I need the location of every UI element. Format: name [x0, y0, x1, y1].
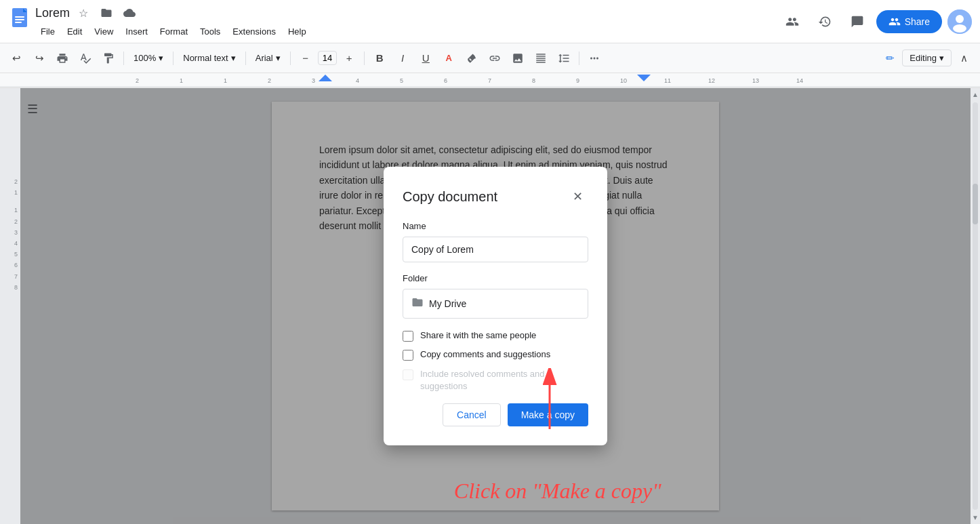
- svg-text:14: 14: [796, 77, 803, 84]
- svg-point-7: [953, 24, 966, 33]
- font-size-increase-button[interactable]: +: [338, 47, 360, 69]
- svg-text:1: 1: [180, 77, 183, 84]
- editing-label: Editing: [910, 53, 937, 63]
- doc-content-area: ☰ Lorem ipsum dolor sit amet, consectetu…: [20, 88, 971, 524]
- title-icons: ☆: [74, 3, 139, 22]
- include-resolved-checkbox-label: Include resolved comments and suggestion…: [420, 368, 588, 392]
- redo-button[interactable]: ↪: [28, 47, 50, 69]
- separator-3: [245, 52, 246, 65]
- scroll-thumb[interactable]: [973, 184, 978, 224]
- svg-rect-2: [15, 16, 24, 18]
- cloud-button[interactable]: [120, 3, 139, 22]
- menu-view[interactable]: View: [89, 24, 119, 39]
- right-scrollbar[interactable]: ▲ ▼: [971, 88, 980, 524]
- scroll-down-button[interactable]: ▼: [971, 512, 980, 523]
- svg-rect-4: [15, 22, 22, 23]
- doc-title-row: Lorem ☆: [35, 3, 779, 22]
- scroll-up-button[interactable]: ▲: [971, 89, 980, 100]
- dialog-title: Copy document: [403, 189, 497, 205]
- svg-text:4: 4: [356, 77, 359, 84]
- menu-edit[interactable]: Edit: [62, 24, 87, 39]
- folder-icon: [411, 296, 424, 311]
- svg-text:8: 8: [532, 77, 535, 84]
- copy-comments-checkbox-label[interactable]: Copy comments and suggestions: [420, 348, 550, 361]
- font-size-input[interactable]: 14: [318, 51, 337, 65]
- svg-marker-26: [637, 75, 651, 81]
- svg-text:2: 2: [268, 77, 271, 84]
- dialog-close-button[interactable]: ✕: [567, 186, 588, 207]
- make-copy-button[interactable]: Make a copy: [508, 403, 588, 426]
- font-size-decrease-button[interactable]: −: [295, 47, 317, 69]
- hide-menus-button[interactable]: [779, 8, 806, 35]
- modal-overlay: Copy document ✕ Name Folder My Drive: [20, 88, 971, 524]
- include-resolved-checkbox-row: Include resolved comments and suggestion…: [403, 368, 588, 392]
- zoom-value: 100%: [134, 53, 156, 63]
- align-button[interactable]: [530, 47, 552, 69]
- cancel-button[interactable]: Cancel: [443, 403, 501, 426]
- menu-bar: File Edit View Insert Format Tools Exten…: [35, 24, 779, 39]
- link-button[interactable]: [484, 47, 506, 69]
- share-label: Share: [905, 16, 930, 27]
- text-color-button[interactable]: A: [438, 47, 460, 69]
- more-options-button[interactable]: [584, 47, 605, 69]
- paint-format-button[interactable]: [98, 47, 119, 69]
- title-area: Lorem ☆ File Edit View Insert Format Too…: [35, 3, 779, 39]
- copy-comments-checkbox-row: Copy comments and suggestions: [403, 348, 588, 361]
- svg-text:11: 11: [664, 77, 671, 84]
- copy-document-dialog: Copy document ✕ Name Folder My Drive: [384, 167, 607, 445]
- folder-label: Folder: [403, 273, 588, 283]
- history-button[interactable]: [811, 8, 838, 35]
- dialog-header: Copy document ✕: [403, 186, 588, 207]
- top-bar-right: Share: [779, 8, 972, 35]
- insert-image-button[interactable]: [507, 47, 529, 69]
- include-resolved-checkbox: [403, 369, 413, 380]
- bold-button[interactable]: B: [369, 47, 390, 69]
- svg-text:10: 10: [620, 77, 627, 84]
- svg-text:3: 3: [312, 77, 315, 84]
- font-dropdown[interactable]: Arial ▾: [250, 50, 286, 66]
- folder-selector[interactable]: My Drive: [403, 289, 588, 319]
- highlight-button[interactable]: [461, 47, 483, 69]
- doc-title: Lorem: [35, 6, 70, 20]
- toolbar: ↩ ↪ 100% ▾ Normal text ▾ Arial ▾ − 14 + …: [0, 43, 980, 73]
- share-button[interactable]: Share: [876, 10, 942, 33]
- font-chevron: ▾: [276, 53, 281, 63]
- folder-button[interactable]: [97, 3, 116, 22]
- print-button[interactable]: [52, 47, 73, 69]
- menu-tools[interactable]: Tools: [195, 24, 226, 39]
- copy-comments-checkbox[interactable]: [403, 350, 413, 361]
- document-name-input[interactable]: [403, 237, 588, 262]
- star-button[interactable]: ☆: [74, 3, 93, 22]
- comments-button[interactable]: [844, 8, 871, 35]
- line-spacing-button[interactable]: [553, 47, 575, 69]
- menu-extensions[interactable]: Extensions: [227, 24, 281, 39]
- style-dropdown[interactable]: Normal text ▾: [178, 50, 241, 66]
- doc-icon: [8, 7, 35, 37]
- separator-6: [579, 52, 579, 65]
- share-checkbox-label[interactable]: Share it with the same people: [420, 329, 536, 342]
- user-avatar[interactable]: [947, 9, 972, 34]
- scroll-track: [973, 102, 978, 510]
- pencil-icon: ✏: [879, 47, 901, 69]
- menu-insert[interactable]: Insert: [120, 24, 153, 39]
- share-checkbox-row: Share it with the same people: [403, 329, 588, 342]
- menu-format[interactable]: Format: [155, 24, 193, 39]
- svg-text:5: 5: [400, 77, 403, 84]
- editing-dropdown[interactable]: Editing ▾: [902, 49, 952, 66]
- italic-button[interactable]: I: [392, 47, 413, 69]
- svg-text:1: 1: [224, 77, 227, 84]
- menu-help[interactable]: Help: [283, 24, 312, 39]
- svg-marker-25: [319, 75, 332, 81]
- separator-1: [123, 52, 124, 65]
- svg-text:12: 12: [708, 77, 715, 84]
- collapse-toolbar-button[interactable]: ∧: [953, 47, 975, 69]
- share-checkbox[interactable]: [403, 331, 413, 342]
- undo-button[interactable]: ↩: [5, 47, 27, 69]
- svg-text:13: 13: [752, 77, 759, 84]
- menu-file[interactable]: File: [35, 24, 60, 39]
- zoom-dropdown[interactable]: 100% ▾: [128, 50, 169, 66]
- underline-button[interactable]: U: [415, 47, 436, 69]
- svg-text:9: 9: [576, 77, 579, 84]
- spell-check-button[interactable]: [75, 47, 96, 69]
- name-label: Name: [403, 221, 588, 231]
